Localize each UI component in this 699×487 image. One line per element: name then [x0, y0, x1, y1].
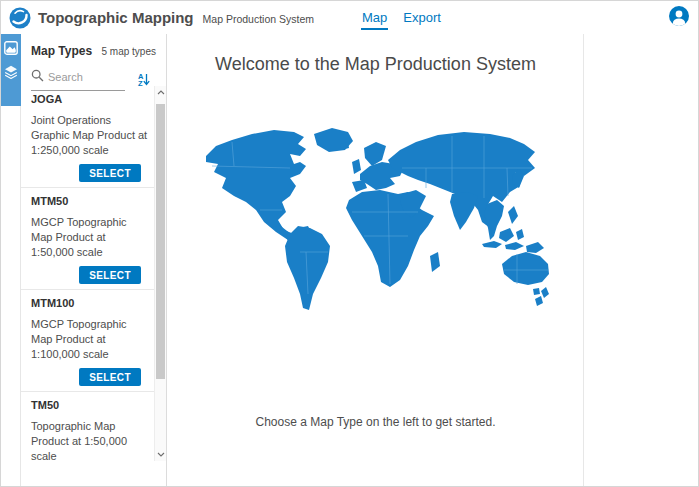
map-type-name: MTM50: [31, 195, 141, 207]
tool-rail-active-group: [1, 34, 21, 106]
map-type-name: MTM100: [31, 297, 141, 309]
world-map-image: [202, 104, 550, 314]
panel-header: Map Types 5 map types: [21, 34, 166, 61]
tool-rail: [1, 34, 21, 487]
tab-map[interactable]: Map: [361, 6, 388, 30]
map-types-tool-icon[interactable]: [4, 41, 18, 55]
map-type-item: JOGA Joint Operations Graphic Map Produc…: [21, 86, 155, 188]
app-subtitle: Map Production System: [203, 10, 314, 25]
select-button[interactable]: SELECT: [79, 266, 141, 284]
app-header: Topographic Mapping Map Production Syste…: [1, 1, 698, 34]
scroll-up-button[interactable]: [155, 86, 166, 99]
map-type-item: MTM50 MGCP Topographic Map Product at 1:…: [21, 188, 155, 290]
welcome-panel: Welcome to the Map Production System: [168, 34, 584, 487]
map-type-name: TM50: [31, 399, 141, 411]
layers-tool-icon[interactable]: [4, 65, 18, 79]
map-type-list: JOGA Joint Operations Graphic Map Produc…: [21, 86, 155, 461]
app-title: Topographic Mapping: [38, 9, 194, 26]
select-button-row: SELECT: [31, 164, 141, 182]
panel-title: Map Types: [31, 44, 92, 58]
right-panel: [585, 34, 699, 487]
header-tabs: Map Export: [361, 6, 442, 30]
welcome-title: Welcome to the Map Production System: [168, 54, 583, 75]
map-type-description: MGCP Topographic Map Product at 1:50,000…: [31, 215, 149, 260]
user-avatar-icon[interactable]: [669, 6, 689, 26]
map-type-description: MGCP Topographic Map Product at 1:100,00…: [31, 317, 149, 362]
map-type-name: JOGA: [31, 93, 141, 105]
search-icon: [31, 68, 44, 86]
map-type-item: MTM100 MGCP Topographic Map Product at 1…: [21, 290, 155, 392]
map-type-description: Joint Operations Graphic Map Product at …: [31, 113, 149, 158]
map-type-item: TM50 Topographic Map Product at 1:50,000…: [21, 392, 155, 461]
select-button-row: SELECT: [31, 266, 141, 284]
sort-arrow-down-icon: [143, 73, 150, 86]
sort-az-icon[interactable]: A Z: [138, 73, 150, 87]
scrollbar-thumb[interactable]: [156, 104, 165, 379]
select-button-row: SELECT: [31, 368, 141, 386]
app-window: Topographic Mapping Map Production Syste…: [0, 0, 699, 487]
search-input[interactable]: [48, 71, 120, 83]
map-type-description: Topographic Map Product at 1:50,000 scal…: [31, 419, 149, 461]
select-button[interactable]: SELECT: [79, 164, 141, 182]
map-types-panel: Map Types 5 map types A Z: [21, 34, 167, 487]
map-type-count: 5 map types: [102, 46, 156, 57]
globe-logo-icon: [9, 7, 31, 29]
scrollbar: [154, 86, 166, 461]
scroll-down-button[interactable]: [155, 448, 166, 461]
instruction-text: Choose a Map Type on the left to get sta…: [168, 415, 583, 429]
select-button[interactable]: SELECT: [79, 368, 141, 386]
tab-export[interactable]: Export: [402, 6, 442, 30]
